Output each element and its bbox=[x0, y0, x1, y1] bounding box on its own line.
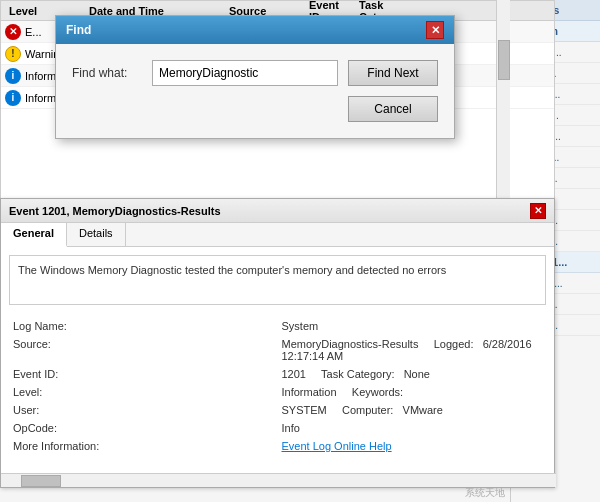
find-dialog-body: Find what: Find Next Cancel bbox=[56, 44, 454, 138]
computer-label: Computer: bbox=[342, 404, 393, 416]
find-what-row: Find what: Find Next bbox=[72, 60, 438, 86]
source-value: MemoryDiagnostics-Results Logged: 6/28/2… bbox=[278, 335, 547, 365]
event-id-value: 1201 Task Category: None bbox=[278, 365, 547, 383]
event-detail-panel: Event 1201, MemoryDiagnostics-Results ✕ … bbox=[0, 198, 555, 488]
detail-content: The Windows Memory Diagnostic tested the… bbox=[1, 247, 554, 486]
find-dialog-titlebar: Find ✕ bbox=[56, 16, 454, 44]
task-cat-value: None bbox=[404, 368, 430, 380]
detail-fields: Log Name: System Source: MemoryDiagnosti… bbox=[9, 317, 546, 455]
detail-horizontal-scrollbar[interactable] bbox=[1, 473, 556, 487]
opcode-value: Info bbox=[278, 419, 547, 437]
error-icon: ✕ bbox=[5, 24, 21, 40]
find-next-button[interactable]: Find Next bbox=[348, 60, 438, 86]
level-label: Level: bbox=[9, 383, 278, 401]
user-value: SYSTEM Computer: VMware bbox=[278, 401, 547, 419]
find-dialog: Find ✕ Find what: Find Next Cancel bbox=[55, 15, 455, 139]
detail-close-button[interactable]: ✕ bbox=[530, 203, 546, 219]
detail-titlebar: Event 1201, MemoryDiagnostics-Results ✕ bbox=[1, 199, 554, 223]
table-scroll-thumb[interactable] bbox=[498, 40, 510, 80]
info-icon: i bbox=[5, 68, 21, 84]
detail-title: Event 1201, MemoryDiagnostics-Results bbox=[9, 205, 221, 217]
task-cat-label: Task Category: bbox=[321, 368, 394, 380]
log-name-value: System bbox=[278, 317, 547, 335]
source-label: Source: bbox=[9, 335, 278, 365]
watermark: 系统天地 bbox=[465, 486, 505, 500]
log-name-label: Log Name: bbox=[9, 317, 278, 335]
logged-label: Logged: bbox=[434, 338, 474, 350]
find-what-input[interactable] bbox=[152, 60, 338, 86]
more-info-value: Event Log Online Help bbox=[278, 437, 547, 455]
detail-tabs: General Details bbox=[1, 223, 554, 247]
more-info-label: More Information: bbox=[9, 437, 278, 455]
find-dialog-close-button[interactable]: ✕ bbox=[426, 21, 444, 39]
tab-details[interactable]: Details bbox=[67, 223, 126, 246]
table-scrollbar[interactable] bbox=[496, 0, 510, 200]
cancel-button[interactable]: Cancel bbox=[348, 96, 438, 122]
event-id-label: Event ID: bbox=[9, 365, 278, 383]
detail-message: The Windows Memory Diagnostic tested the… bbox=[9, 255, 546, 305]
find-what-label: Find what: bbox=[72, 66, 152, 80]
info-icon: i bbox=[5, 90, 21, 106]
detail-scroll-thumb-h[interactable] bbox=[21, 475, 61, 487]
user-label: User: bbox=[9, 401, 278, 419]
event-log-online-help-link[interactable]: Event Log Online Help bbox=[282, 440, 392, 452]
computer-value: VMware bbox=[403, 404, 443, 416]
opcode-label: OpCode: bbox=[9, 419, 278, 437]
find-cancel-row: Cancel bbox=[72, 96, 438, 122]
warning-icon: ! bbox=[5, 46, 21, 62]
tab-general[interactable]: General bbox=[1, 223, 67, 247]
level-label: E... bbox=[25, 26, 42, 38]
find-dialog-title: Find bbox=[66, 23, 91, 37]
level-value: Information Keywords: bbox=[278, 383, 547, 401]
keywords-label: Keywords: bbox=[352, 386, 403, 398]
